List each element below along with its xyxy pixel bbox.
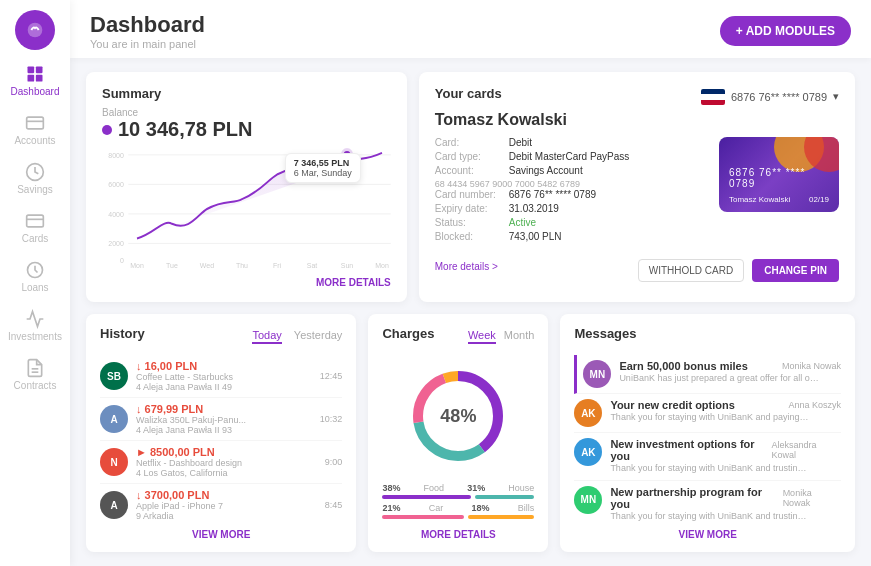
more-details-link[interactable]: More details > — [435, 261, 498, 272]
card-selector[interactable]: 6876 76** **** 0789 ▾ — [701, 89, 839, 105]
sidebar: Dashboard Accounts Savings Cards Loans I… — [0, 0, 70, 566]
sidebar-item-contracts[interactable]: Contracts — [0, 350, 70, 399]
avatar-0: MN — [583, 360, 611, 388]
time-1: 10:32 — [320, 414, 343, 424]
msg-text-3: Thank you for staying with UniBanK and t… — [610, 511, 810, 523]
your-cards-title: Your cards — [435, 86, 502, 101]
message-item-0[interactable]: MN Earn 50,000 bonus miles Monika Nowak … — [574, 355, 841, 394]
message-item-1[interactable]: AK Your new credit options Anna Koszyk T… — [574, 394, 841, 433]
card-actions: WITHHOLD CARD CHANGE PIN — [638, 259, 839, 282]
merchant-icon-apple: A — [100, 491, 128, 519]
history-panel: History Today Yesterday SB ↓ 16,00 PLN C… — [86, 314, 356, 552]
svg-rect-2 — [36, 67, 43, 74]
tab-week[interactable]: Week — [468, 329, 496, 344]
svg-rect-7 — [27, 215, 44, 227]
donut-chart: 48% — [382, 361, 534, 471]
cards-icon — [25, 211, 45, 231]
sidebar-item-savings[interactable]: Savings — [0, 154, 70, 203]
svg-text:6000: 6000 — [108, 180, 124, 190]
history-header: History Today Yesterday — [100, 326, 342, 347]
bottom-row: History Today Yesterday SB ↓ 16,00 PLN C… — [86, 314, 855, 552]
sidebar-label-cards: Cards — [22, 233, 49, 244]
sidebar-item-dashboard[interactable]: Dashboard — [0, 56, 70, 105]
add-modules-button[interactable]: + ADD MODULES — [720, 16, 851, 46]
history-view-more[interactable]: VIEW MORE — [100, 529, 342, 540]
card-visual-expiry: 02/19 — [809, 195, 829, 204]
sidebar-item-cards[interactable]: Cards — [0, 203, 70, 252]
msg-sender-0: Monika Nowak — [782, 361, 841, 371]
message-item-2[interactable]: AK New investment options for you Aleksa… — [574, 433, 841, 481]
food-bar — [382, 495, 471, 499]
svg-text:Mon: Mon — [375, 261, 389, 271]
change-pin-button[interactable]: CHANGE PIN — [752, 259, 839, 282]
account-row: Account: Savings Account — [435, 165, 707, 176]
message-item-3[interactable]: MN New partnership program for you Monik… — [574, 481, 841, 523]
amount-3: ↓ 3700,00 PLN — [136, 489, 223, 501]
food-label: Food — [424, 483, 445, 493]
card-type-value: Debit MasterCard PayPass — [509, 151, 630, 162]
svg-point-0 — [28, 23, 43, 38]
car-label: Car — [429, 503, 444, 513]
tab-month[interactable]: Month — [504, 329, 535, 344]
sidebar-label-contracts: Contracts — [14, 380, 57, 391]
charges-tabs: Week Month — [468, 329, 535, 344]
card-visual-bottom: Tomasz Kowalski 02/19 — [729, 195, 829, 204]
category-car: 21% Car 18% Bills — [382, 503, 534, 519]
history-item-3: A ↓ 3700,00 PLN Apple iPad - iPhone 7 9 … — [100, 484, 342, 523]
sidebar-item-accounts[interactable]: Accounts — [0, 105, 70, 154]
card-visual-holder: Tomasz Kowalski — [729, 195, 790, 204]
card-number-value: 6876 76** **** 0789 — [509, 189, 596, 200]
summary-title: Summary — [102, 86, 391, 101]
top-row: Summary Balance 10 346,78 PLN 7 346,55 P… — [86, 72, 855, 302]
charges-panel: Charges Week Month 48% — [368, 314, 548, 552]
msg-content-0: Earn 50,000 bonus miles Monika Nowak Uni… — [619, 360, 841, 388]
avatar-2: AK — [574, 438, 602, 466]
card-flag-icon — [701, 89, 725, 105]
sidebar-item-loans[interactable]: Loans — [0, 252, 70, 301]
summary-card: Summary Balance 10 346,78 PLN 7 346,55 P… — [86, 72, 407, 302]
svg-text:Thu: Thu — [236, 261, 248, 271]
summary-chart: 7 346,55 PLN 6 Mar, Sunday 8000 6000 400… — [102, 145, 391, 273]
sidebar-item-investments[interactable]: Investments — [0, 301, 70, 350]
msg-content-2: New investment options for you Aleksandr… — [610, 438, 841, 475]
card-type-detail-row: Card type: Debit MasterCard PayPass — [435, 151, 707, 162]
time-2: 9:00 — [325, 457, 343, 467]
dashboard-icon — [25, 64, 45, 84]
message-list: MN Earn 50,000 bonus miles Monika Nowak … — [574, 355, 841, 523]
cardholder-name: Tomasz Kowalski — [435, 111, 839, 129]
charges-more-details[interactable]: MORE DETAILS — [382, 529, 534, 540]
chevron-down-icon: ▾ — [833, 90, 839, 103]
blocked-value: 743,00 PLN — [509, 231, 562, 242]
sidebar-label-accounts: Accounts — [14, 135, 55, 146]
tab-today[interactable]: Today — [252, 329, 281, 344]
category-food: 38% Food 31% House — [382, 483, 534, 499]
withhold-card-button[interactable]: WITHHOLD CARD — [638, 259, 744, 282]
messages-view-more[interactable]: VIEW MORE — [574, 529, 841, 540]
summary-more-details[interactable]: MORE DETAILS — [102, 277, 391, 288]
balance-label: Balance — [102, 107, 391, 118]
house-percent: 31% — [467, 483, 485, 493]
messages-panel: Messages MN Earn 50,000 bonus miles Moni… — [560, 314, 855, 552]
expiry-label: Expiry date: — [435, 203, 505, 214]
card-number-label: Card number: — [435, 189, 505, 200]
expiry-value: 31.03.2019 — [509, 203, 559, 214]
svg-text:8000: 8000 — [108, 150, 124, 160]
amount-2: ► 8500,00 PLN — [136, 446, 242, 458]
card-info: Card: Debit Card type: Debit MasterCard … — [435, 137, 707, 245]
history-item-2: N ► 8500,00 PLN Netflix - Dashboard desi… — [100, 441, 342, 484]
car-percent: 21% — [382, 503, 400, 513]
status-value: Active — [509, 217, 536, 228]
svg-text:2000: 2000 — [108, 239, 124, 249]
merchant-name-3: Apple iPad - iPhone 7 — [136, 501, 223, 511]
account-value: Savings Account — [509, 165, 583, 176]
sidebar-label-loans: Loans — [21, 282, 48, 293]
tab-yesterday[interactable]: Yesterday — [294, 329, 343, 344]
blocked-label: Blocked: — [435, 231, 505, 242]
svg-rect-5 — [27, 117, 44, 129]
card-number-row: Card number: 6876 76** **** 0789 — [435, 189, 707, 200]
svg-text:Sun: Sun — [341, 261, 353, 271]
history-info-0: ↓ 16,00 PLN Coffee Latte - Starbucks 4 A… — [136, 360, 233, 392]
bills-bar — [468, 515, 535, 519]
msg-sender-3: Monika Nowak — [783, 488, 841, 508]
account-number: 68 4434 5967 9000 7000 5482 6789 — [435, 179, 707, 189]
